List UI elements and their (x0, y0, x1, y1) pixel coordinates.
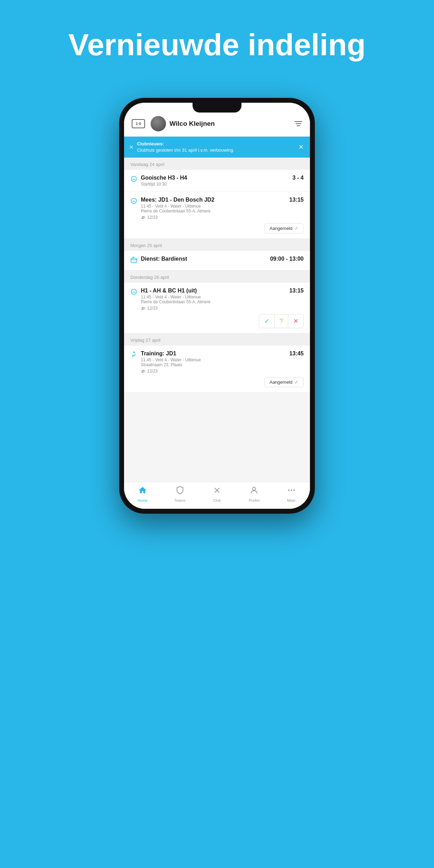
notif-title: Clubnieuws: (137, 141, 164, 146)
event-title: Gooische H3 - H4 (141, 175, 292, 181)
date-separator-thursday: Donderdag 26 april (124, 270, 310, 283)
date-separator-tomorrow: Morgen 25 april (124, 239, 310, 251)
nav-item-teams[interactable]: Teams (168, 486, 192, 502)
availability-buttons: ✓ ? ✕ (259, 314, 304, 328)
scoreboard-icon: 1·0 (132, 119, 145, 128)
event-address: Straatnaam 23, Plaats (141, 362, 289, 367)
event-card: Mees: JD1 - Den Bosch JD2 11:45 - Veld 4… (124, 192, 310, 239)
page-title: Vernieuwde indeling (0, 0, 434, 83)
svg-point-7 (142, 307, 143, 309)
event-time: 09:00 - 13:00 (270, 256, 304, 262)
event-title: Mees: JD1 - Den Bosch JD2 (141, 197, 289, 203)
training-icon (130, 351, 137, 360)
home-icon (138, 486, 147, 497)
event-title: H1 - AH & BC H1 (uit) (141, 288, 289, 294)
nav-item-home[interactable]: Home (130, 486, 155, 502)
registered-button[interactable]: Aangemeld ✓ (264, 223, 304, 233)
svg-point-11 (143, 370, 145, 371)
availability-maybe-button[interactable]: ? (275, 315, 288, 328)
svg-point-10 (142, 370, 143, 371)
date-separator-today: Vandaag 24 april (124, 158, 310, 170)
event-subtitle: 11:45 - Veld 4 - Water - Uittenue (141, 204, 289, 209)
event-title: Dienst: Bardienst (141, 256, 270, 262)
nav-label-profiel: Profiel (249, 498, 260, 502)
avatar (151, 116, 166, 131)
notification-banner: ✕ Clubnieuws: Clubhuis gesloten t/m 31 a… (124, 137, 310, 158)
availability-no-button[interactable]: ✕ (288, 314, 303, 328)
event-card: H1 - AH & BC H1 (uit) 11:45 - Veld 4 - W… (124, 283, 310, 333)
registered-button[interactable]: Aangemeld ✓ (264, 377, 304, 387)
event-time: 13:15 (289, 197, 304, 203)
bottom-nav: Home Teams (124, 482, 310, 509)
event-participants: 12/23 (141, 306, 289, 311)
hockey-icon (130, 197, 137, 206)
user-name: Wilco Kleijnen (169, 120, 215, 128)
event-card: Training: JD1 11:45 - Veld 4 - Water - U… (124, 346, 310, 392)
svg-point-14 (253, 487, 256, 490)
svg-rect-4 (131, 258, 137, 262)
event-card: Dienst: Bardienst 09:00 - 13:00 (124, 251, 310, 270)
profiel-icon (249, 486, 259, 497)
event-address: Pierre de Coubertinlaan 55-A, Almere (141, 209, 289, 214)
notif-message: Clubhuis gesloten t/m 31 april i.v.m. ve… (137, 147, 234, 153)
nav-label-home: Home (138, 498, 148, 502)
event-subtitle: 11:45 - Veld 4 - Water - Uittenue (141, 295, 289, 299)
svg-point-16 (291, 490, 292, 491)
meer-icon (287, 486, 296, 497)
service-icon (130, 256, 137, 265)
nav-item-meer[interactable]: Meer (279, 486, 304, 502)
notch (193, 103, 241, 113)
svg-point-9 (133, 352, 135, 353)
date-separator-friday: Vrijdag 27 april (124, 333, 310, 346)
event-subtitle: Starttijd 10:30 (141, 182, 292, 187)
notif-dismiss-x[interactable]: ✕ (129, 144, 133, 151)
nav-label-meer: Meer (287, 498, 296, 502)
event-title: Training: JD1 (141, 350, 289, 357)
nav-item-club[interactable]: Club (205, 486, 229, 502)
svg-point-2 (142, 216, 143, 218)
availability-yes-button[interactable]: ✓ (259, 314, 275, 328)
teams-icon (175, 486, 185, 497)
event-score: 3 - 4 (292, 175, 304, 181)
nav-item-profiel[interactable]: Profiel (242, 486, 266, 502)
notif-close-button[interactable]: ✕ (297, 143, 305, 152)
hockey-icon (130, 175, 137, 184)
event-subtitle: 11:45 - Veld 4 - Water - Uittenue (141, 357, 289, 362)
nav-label-teams: Teams (174, 498, 185, 502)
hockey-icon (130, 288, 137, 297)
club-icon (212, 486, 222, 497)
svg-point-8 (143, 307, 145, 309)
event-time: 13:45 (289, 350, 304, 357)
event-time: 13:15 (289, 288, 304, 294)
event-address: Pierre de Coubertinlaan 55-A, Almere (141, 299, 289, 304)
event-card: Gooische H3 - H4 Starttijd 10:30 3 - 4 (124, 170, 310, 192)
nav-label-club: Club (213, 498, 221, 502)
phone-shell: 1·0 Wilco Kleijnen ✕ Clubnieuws: (119, 98, 315, 514)
event-participants: 12/23 (141, 369, 289, 374)
schedule-content: Vandaag 24 april (124, 158, 310, 482)
svg-point-15 (288, 490, 289, 491)
svg-point-17 (293, 490, 295, 491)
filter-button[interactable] (295, 121, 302, 126)
svg-point-3 (143, 216, 145, 218)
event-participants: 12/23 (141, 215, 289, 220)
